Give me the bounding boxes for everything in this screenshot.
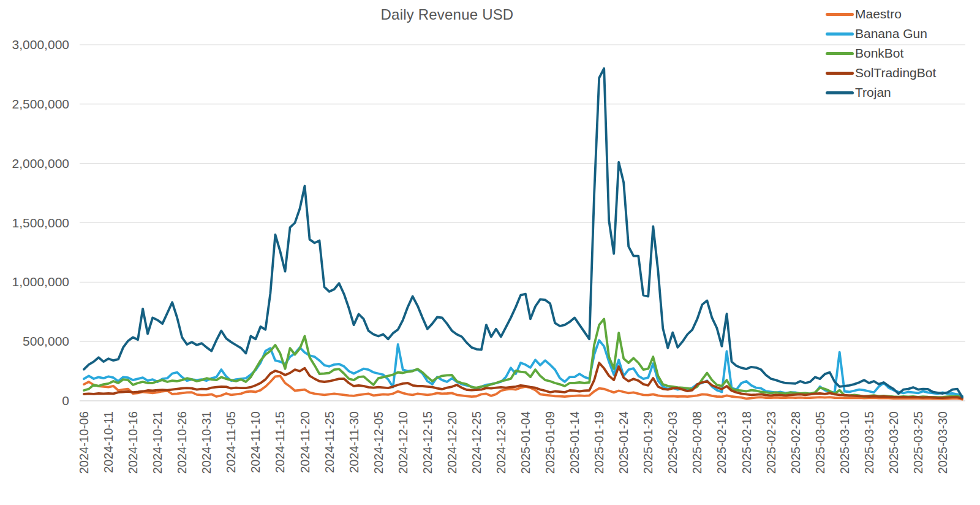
x-tick-label: 2025-03-10 — [838, 411, 851, 474]
y-tick-label: 0 — [62, 393, 69, 408]
chart-area: 0500,0001,000,0001,500,0002,000,0002,500… — [0, 0, 980, 505]
legend-item-banana-gun: Banana Gun — [826, 27, 936, 40]
x-tick-label: 2025-02-23 — [764, 411, 778, 474]
legend-label: SolTradingBot — [855, 66, 936, 80]
x-tick-label: 2024-10-31 — [200, 411, 213, 474]
x-tick-label: 2024-11-10 — [249, 411, 262, 473]
x-tick-label: 2025-01-19 — [592, 411, 606, 474]
x-tick-label: 2025-01-14 — [568, 411, 581, 474]
legend-label: BonkBot — [855, 46, 903, 61]
x-tick-label: 2024-10-26 — [175, 411, 189, 474]
x-tick-label: 2024-10-16 — [126, 411, 140, 474]
legend-item-maestro: Maestro — [826, 7, 936, 21]
x-tick-label: 2025-02-08 — [690, 411, 704, 474]
x-tick-label: 2025-01-09 — [543, 411, 557, 474]
y-tick-label: 2,500,000 — [12, 97, 69, 111]
y-tick-label: 500,000 — [23, 334, 69, 348]
x-tick-label: 2024-10-11 — [102, 411, 115, 473]
x-tick-label: 2024-11-20 — [298, 411, 312, 473]
legend-line-swatch — [826, 91, 854, 94]
x-tick-label: 2024-11-25 — [323, 411, 336, 473]
x-tick-label: 2024-11-05 — [224, 411, 238, 473]
series-line-trojan — [84, 69, 962, 397]
x-tick-label: 2025-03-20 — [887, 411, 900, 474]
x-tick-label: 2025-02-13 — [715, 411, 728, 474]
x-tick-label: 2024-12-20 — [445, 411, 459, 474]
legend-label: Trojan — [855, 85, 891, 100]
chart-title: Daily Revenue USD — [80, 6, 815, 23]
x-tick-label: 2025-02-03 — [666, 411, 679, 474]
x-tick-label: 2024-11-15 — [273, 411, 287, 473]
legend-item-bonkbot: BonkBot — [826, 47, 936, 60]
x-tick-label: 2024-12-05 — [372, 411, 385, 474]
legend-item-soltradingbot: SolTradingBot — [826, 66, 936, 80]
legend-label: Banana Gun — [855, 26, 927, 41]
x-tick-label: 2025-01-04 — [519, 411, 532, 474]
x-tick-label: 2024-10-21 — [151, 411, 164, 474]
x-tick-label: 2024-11-30 — [347, 411, 361, 473]
legend-item-trojan: Trojan — [826, 86, 936, 99]
x-tick-label: 2025-03-05 — [813, 411, 827, 474]
y-tick-label: 3,000,000 — [12, 37, 69, 51]
x-tick-label: 2024-12-30 — [494, 411, 508, 474]
legend-label: Maestro — [855, 7, 902, 21]
y-tick-label: 1,000,000 — [12, 275, 69, 289]
x-tick-label: 2025-02-18 — [740, 411, 753, 474]
legend-line-swatch — [826, 72, 854, 75]
y-tick-label: 1,500,000 — [12, 216, 69, 230]
x-tick-label: 2025-01-24 — [617, 411, 630, 474]
x-tick-label: 2025-03-30 — [936, 411, 949, 474]
legend-line-swatch — [826, 52, 854, 55]
x-tick-label: 2024-12-10 — [396, 411, 410, 474]
y-tick-label: 2,000,000 — [12, 156, 69, 170]
legend-line-swatch — [826, 32, 854, 36]
legend: MaestroBanana GunBonkBotSolTradingBotTro… — [826, 7, 936, 99]
legend-line-swatch — [826, 13, 854, 16]
x-tick-label: 2025-02-28 — [789, 411, 802, 474]
x-tick-label: 2025-03-25 — [911, 411, 925, 474]
x-tick-label: 2024-12-25 — [470, 411, 483, 474]
x-tick-label: 2025-03-15 — [862, 411, 876, 474]
x-tick-label: 2024-12-15 — [421, 411, 434, 474]
x-tick-label: 2024-10-06 — [77, 411, 91, 474]
x-tick-label: 2025-01-29 — [641, 411, 655, 474]
